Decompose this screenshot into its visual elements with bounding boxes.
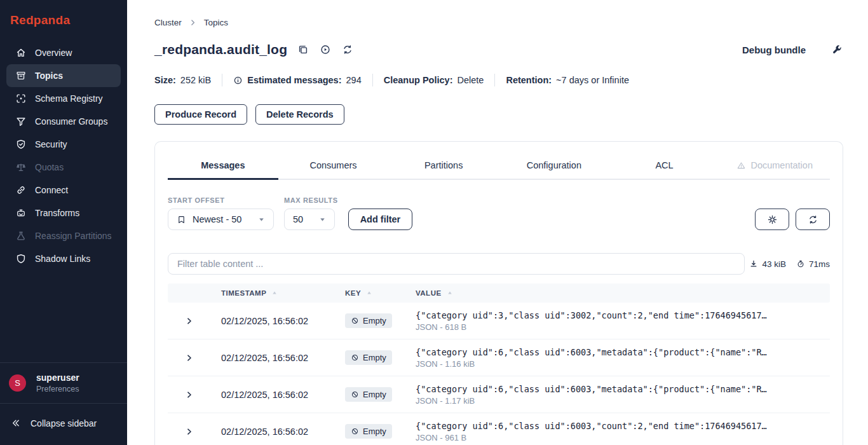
topic-actions: Produce Record Delete Records [154,104,843,125]
value-json: {"category_uid":6,"class_uid":6003,"coun… [416,421,811,431]
sidebar-item-label: Schema Registry [35,93,103,104]
value-meta: JSON - 961 B [416,433,811,442]
collapse-label: Collapse sidebar [31,418,97,428]
schema-registry-icon [15,93,27,104]
download-icon[interactable] [749,259,758,268]
user-preferences-link[interactable]: Preferences [36,385,79,394]
value-json: {"category_uid":3,"class_uid":3002,"coun… [416,310,811,320]
sidebar-nav: Overview Topics Schema Registry Consumer… [0,41,127,362]
settings-button[interactable] [755,209,789,230]
title-row: _redpanda.audit_log Debug bundle [154,42,843,57]
delete-records-button[interactable]: Delete Records [255,104,344,125]
sidebar-item-label: Shadow Links [35,254,90,264]
max-results-label: MAX RESULTS [284,196,338,204]
shield-check-icon [15,139,27,150]
tab-acl[interactable]: ACL [609,157,720,180]
start-offset-value: Newest - 50 [193,214,241,224]
sidebar-item-quotas[interactable]: Quotas [6,156,121,179]
breadcrumb: Cluster Topics [154,18,843,27]
expand-row-icon[interactable] [168,427,221,436]
robot-icon [15,207,27,219]
sidebar-item-shadow-links[interactable]: Shadow Links [6,247,121,270]
user-menu[interactable]: S superuser Preferences [0,363,127,403]
link-icon [15,184,27,196]
table-header: TIMESTAMP KEY VALUE [168,284,830,303]
sidebar-item-label: Quotas [35,162,64,172]
expand-row-icon[interactable] [168,353,221,362]
stat-value: 252 kiB [180,75,211,85]
sidebar-item-security[interactable]: Security [6,133,121,156]
key-cell: Empty [345,350,416,365]
sidebar-item-label: Consumer Groups [35,116,107,127]
tab-consumers[interactable]: Consumers [278,157,389,180]
sidebar-item-topics[interactable]: Topics [6,64,121,87]
stat-label: Cleanup Policy: [384,75,453,85]
column-header-value[interactable]: VALUE [416,289,830,297]
sidebar-item-label: Reassign Partitions [35,231,112,241]
tab-configuration[interactable]: Configuration [499,157,609,180]
value-cell[interactable]: {"category_uid":6,"class_uid":6003,"meta… [416,384,830,406]
collapse-sidebar-button[interactable]: Collapse sidebar [0,404,127,445]
sidebar-item-overview[interactable]: Overview [6,41,121,64]
max-results-select[interactable]: 50 [284,209,335,230]
stat-retention: Retention: ~7 days or Infinite [506,75,629,85]
tab-documentation[interactable]: Documentation [719,157,830,180]
sidebar-item-consumer-groups[interactable]: Consumer Groups [6,110,121,133]
topics-icon [15,70,27,81]
empty-key-badge: Empty [345,424,392,439]
breadcrumb-cluster[interactable]: Cluster [154,18,182,27]
column-header-key[interactable]: KEY [345,289,416,297]
value-cell[interactable]: {"category_uid":3,"class_uid":3002,"coun… [416,310,830,332]
ban-icon [351,390,359,399]
avatar: S [9,374,26,392]
timestamp-cell: 02/12/2025, 16:56:02 [221,390,345,400]
copy-icon[interactable] [297,44,309,55]
key-cell: Empty [345,387,416,402]
tab-messages[interactable]: Messages [168,157,278,180]
shield-icon [15,253,27,264]
sidebar-item-connect[interactable]: Connect [6,179,121,202]
bookmark-icon [177,215,186,224]
play-circle-icon[interactable] [320,44,331,55]
main-content: Cluster Topics _redpanda.audit_log Deb [127,0,868,445]
sidebar-item-reassign-partitions[interactable]: Reassign Partitions [6,224,121,247]
wrench-icon[interactable] [831,44,843,56]
tab-bar: Messages Consumers Partitions Configurat… [168,157,830,180]
debug-bundle-link[interactable]: Debug bundle [742,44,806,55]
column-header-timestamp[interactable]: TIMESTAMP [221,289,345,297]
timestamp-cell: 02/12/2025, 16:56:02 [221,316,345,326]
expand-row-icon[interactable] [168,317,221,325]
funnel-icon [15,116,27,127]
elapsed-time: 71ms [796,259,830,269]
expand-row-icon[interactable] [168,390,221,399]
value-json: {"category_uid":6,"class_uid":6003,"meta… [416,384,811,394]
value-meta: JSON - 1.17 kiB [416,396,811,406]
sidebar-item-label: Security [35,139,67,149]
stat-value: ~7 days or Infinite [556,75,629,85]
tab-partitions[interactable]: Partitions [388,157,499,180]
flask-icon [15,230,27,242]
ban-icon [351,353,359,362]
redpanda-logo[interactable]: Redpanda [0,0,127,27]
produce-record-button[interactable]: Produce Record [154,104,247,125]
divider [372,74,373,86]
ban-icon [351,317,359,325]
timestamp-cell: 02/12/2025, 16:56:02 [221,353,345,363]
sidebar-item-transforms[interactable]: Transforms [6,202,121,224]
info-icon [233,76,243,85]
empty-key-badge: Empty [345,350,392,365]
download-size: 43 kiB [749,259,786,269]
value-cell[interactable]: {"category_uid":6,"class_uid":6003,"meta… [416,347,830,369]
refresh-icon[interactable] [342,44,353,55]
sidebar-item-schema-registry[interactable]: Schema Registry [6,87,121,110]
scales-icon [15,161,27,173]
empty-key-badge: Empty [345,387,392,402]
start-offset-label: START OFFSET [168,196,274,204]
add-filter-button[interactable]: Add filter [348,209,413,230]
breadcrumb-topics[interactable]: Topics [204,18,228,27]
refresh-table-button[interactable] [796,209,830,230]
value-cell[interactable]: {"category_uid":6,"class_uid":6003,"coun… [416,421,830,442]
caret-down-icon [258,216,265,223]
start-offset-select[interactable]: Newest - 50 [168,209,274,230]
filter-table-input[interactable] [168,253,745,275]
